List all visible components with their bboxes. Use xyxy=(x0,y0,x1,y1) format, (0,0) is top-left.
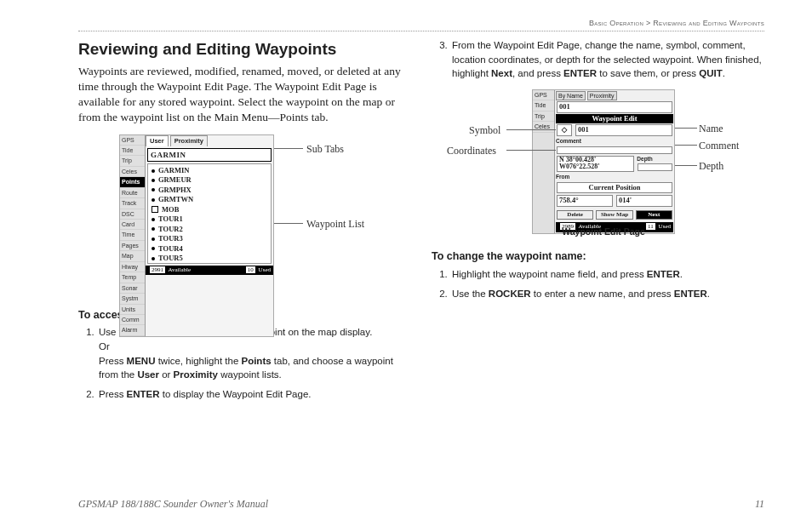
t: Use the xyxy=(452,289,489,299)
dot-icon xyxy=(152,179,155,182)
ss2-depth-field xyxy=(638,163,672,171)
t: , and press xyxy=(512,68,563,78)
list-item: TOUR5 xyxy=(150,254,269,263)
left-tab: Hiway xyxy=(120,262,145,272)
list-item-label: TOUR1 xyxy=(158,214,183,224)
used-count: 10 xyxy=(246,266,255,273)
t: User xyxy=(137,369,159,380)
t: twice, highlight the xyxy=(155,356,241,366)
left-tab: Celes xyxy=(533,122,554,132)
t: or xyxy=(159,369,174,380)
left-tab: Systm xyxy=(120,294,145,304)
ss2-depth-label: Depth xyxy=(637,156,673,163)
list-item-label: GRMTWN xyxy=(158,195,193,204)
list-item: TOUR3 xyxy=(150,234,269,243)
list-item: TOUR1 xyxy=(150,214,269,224)
breadcrumb: Basic Operation > Reviewing and Editing … xyxy=(78,19,764,27)
left-tab: Card xyxy=(120,220,145,230)
list-item: TOUR2 xyxy=(150,225,269,234)
list-item-label: GRMEUR xyxy=(158,175,192,185)
left-tab: Celes xyxy=(120,167,145,177)
intro-paragraph: Waypoints are reviewed, modified, rename… xyxy=(78,64,411,126)
ss2-top-tabs: By Name Proximity xyxy=(556,91,673,100)
steps-continued: From the Waypoint Edit Page, change the … xyxy=(432,38,764,81)
avail-count: 2991 xyxy=(150,266,165,273)
callout-waypoint-list: Waypoint List xyxy=(306,217,364,231)
callout-comment: Comment xyxy=(699,139,739,152)
breadcrumb-section: Basic Operation xyxy=(589,19,643,27)
btn-next: Next xyxy=(636,210,672,220)
list-item: GARMIN xyxy=(150,166,269,175)
left-tab: Pages xyxy=(120,241,145,251)
right-column: From the Waypoint Edit Page, change the … xyxy=(432,38,764,407)
callout-line xyxy=(274,223,303,224)
screenshot-waypoint-edit: GPSTideTripCeles By Name Proximity 001 W… xyxy=(532,89,675,234)
t: Next xyxy=(491,68,512,78)
btn-delete: Delete xyxy=(557,210,593,220)
left-tab: Trip xyxy=(533,111,554,122)
left-tab: Temp xyxy=(120,272,145,283)
subtab-user: User xyxy=(146,135,169,146)
list-item: MOB xyxy=(150,205,269,214)
dot-icon xyxy=(152,257,155,260)
t: Points xyxy=(241,356,271,366)
screenshot2-left-tabs: GPSTideTripCeles xyxy=(533,90,555,233)
ss2-from-label: From xyxy=(556,174,673,181)
list-item-label: GARMIN xyxy=(158,166,189,175)
current-waypoint-field: GARMIN xyxy=(147,148,272,162)
figure-2: GPSTideTripCeles By Name Proximity 001 W… xyxy=(432,89,764,243)
flag-icon xyxy=(152,206,158,213)
list-item-label: TOUR5 xyxy=(158,254,183,263)
list-item: GRMPHX xyxy=(150,186,269,195)
left-tab: Sonar xyxy=(120,283,145,294)
left-tab: Points xyxy=(120,177,145,187)
dot-icon xyxy=(152,169,155,173)
tab-byname: By Name xyxy=(556,91,586,100)
figure-1: GPSTideTripCelesPointsRouteTrackDSCCardT… xyxy=(78,134,411,296)
subhead-change-name: To change the waypoint name: xyxy=(432,249,764,264)
t: ENTER xyxy=(563,68,597,78)
t: ENTER xyxy=(127,389,160,399)
t: Press xyxy=(99,356,127,366)
t: to display the Waypoint Edit Page. xyxy=(160,389,312,399)
t: ENTER xyxy=(674,289,707,299)
footer-manual-title: GPSMAP 188/188C Sounder Owner's Manual xyxy=(78,498,268,511)
t: . xyxy=(723,68,725,78)
left-tab: Units xyxy=(120,305,145,315)
avail-label: Available xyxy=(168,266,191,273)
btn-showmap: Show Map xyxy=(596,210,632,220)
callout-line xyxy=(506,129,556,130)
ss2-comment-field xyxy=(557,146,672,154)
callout-name: Name xyxy=(699,122,723,135)
left-tab: GPS xyxy=(533,90,554,100)
callout-symbol: Symbol xyxy=(469,123,500,137)
used-label: Used xyxy=(259,266,271,273)
status-bar: 2991 Available 10 Used xyxy=(146,266,273,275)
left-tab: DSC xyxy=(120,209,145,220)
step-3: From the Waypoint Edit Page, change the … xyxy=(450,38,764,81)
t: . xyxy=(680,269,683,279)
dot-icon xyxy=(152,198,155,202)
dot-icon xyxy=(152,188,155,192)
list-item-label: GRMPHX xyxy=(158,186,192,195)
coord-lon: W076°22.528' xyxy=(559,163,632,171)
left-tab: Route xyxy=(120,188,145,198)
dot-icon xyxy=(152,218,155,221)
list-item-label: TOUR2 xyxy=(158,225,183,234)
left-tab: Track xyxy=(120,198,145,209)
t: Highlight the waypoint name field, and p… xyxy=(452,269,647,279)
list-item: GRMEUR xyxy=(150,175,269,185)
ss2-coords-field: N 38°00.428' W076°22.528' xyxy=(557,156,634,173)
footer: GPSMAP 188/188C Sounder Owner's Manual 1… xyxy=(78,498,764,511)
left-tab: Map xyxy=(120,251,145,261)
list-item-label: MOB xyxy=(162,205,179,214)
page: Basic Operation > Reviewing and Editing … xyxy=(0,0,812,407)
left-tab: Alarm xyxy=(120,325,145,335)
t: to enter a new name, and press xyxy=(531,289,674,299)
callout-line xyxy=(675,128,697,129)
screenshot-left-tabs: GPSTideTripCelesPointsRouteTrackDSCCardT… xyxy=(120,135,146,336)
list-item: TOUR4 xyxy=(150,244,269,254)
ss2-dist: 014' xyxy=(616,195,672,206)
ss2-search-field: 001 xyxy=(557,101,672,112)
left-tab: Comm xyxy=(120,315,145,325)
